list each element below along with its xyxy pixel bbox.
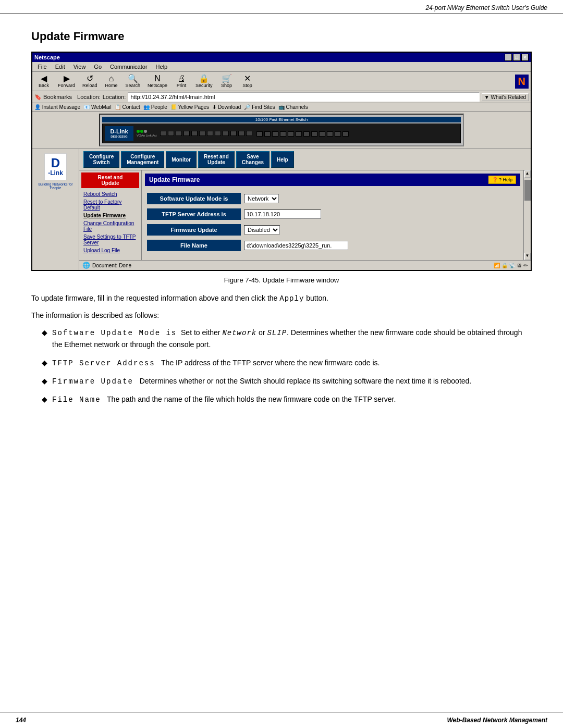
software-update-mode-select[interactable]: Network SLIP [244,194,279,203]
scroll-up-button[interactable]: ▲ [524,170,531,178]
tftp-server-input[interactable] [244,209,321,219]
page-content: Update Firmware Netscape _ □ × File Edit… [0,14,563,428]
help-button[interactable]: ❓ ? Help [488,176,516,184]
menu-change-config[interactable]: Change Configuration File [81,219,139,233]
home-label: Home [105,83,118,88]
page-number: 144 [16,717,26,724]
shop-label: Shop [221,83,232,88]
back-button[interactable]: ◀ Back [34,73,53,89]
save-changes-button[interactable]: SaveChanges [236,151,270,168]
whats-related-button[interactable]: ▼ What's Related [482,93,529,101]
port-17 [288,131,294,137]
dlink-tagline: Building Networks for People [34,182,77,190]
bullet-text-1: Software Update Mode is Set to either Ne… [52,327,532,351]
configure-switch-button[interactable]: ConfigureSwitch [83,151,119,168]
security-button[interactable]: 🔒 Security [193,73,215,89]
minimize-button[interactable]: _ [505,54,512,61]
browser-menubar: File Edit View Go Communicator Help [32,62,531,72]
software-update-mode-label: Software Update Mode is [147,193,241,204]
port-grid-top [160,131,253,136]
search-button[interactable]: 🔍 Search [123,73,143,89]
port-18 [296,131,302,137]
menu-update-firmware[interactable]: Update Firmware [81,212,139,219]
software-update-mode-value: Network SLIP [241,192,282,205]
menu-reboot-switch[interactable]: Reboot Switch [81,190,139,198]
status-icon: 🌐 [82,262,90,269]
stop-label: Stop [242,83,252,88]
port-10 [230,131,237,136]
menu-view[interactable]: View [69,63,90,71]
toolbar-download[interactable]: ⬇ Download [212,104,241,110]
toolbar-people[interactable]: 👥 People [143,104,167,110]
toolbar-channels[interactable]: 📺 Channels [278,104,308,110]
status-indicators: 📶 🔒 📡 🖥 ✏ [494,263,528,268]
body-paragraph-1: To update firmware, fill in the requeste… [31,292,532,304]
menu-upload-log[interactable]: Upload Log File [81,246,139,254]
menu-edit[interactable]: Edit [51,63,69,71]
netscape-icon: N [154,75,161,83]
bullet-list: ◆ Software Update Mode is Set to either … [42,327,532,406]
menu-save-settings[interactable]: Save Settings to TFTP Server [81,233,139,246]
file-name-input[interactable] [244,241,348,250]
led-green-1 [137,130,140,133]
switch-leds: VGAn Link Act [137,130,157,137]
help-nav-button[interactable]: Help [271,151,294,168]
menu-file[interactable]: File [33,63,51,71]
location-label2: Location: [103,94,126,100]
reload-icon: ↺ [87,75,93,83]
reload-button[interactable]: ↺ Reload [80,73,100,89]
monitor-button[interactable]: Monitor [166,151,197,168]
home-button[interactable]: ⌂ Home [102,73,121,89]
close-button[interactable]: × [521,54,529,61]
help-label: ? Help [499,177,512,182]
left-menu-header: Reset andUpdate [81,172,139,188]
scrollbar[interactable]: ▲ ▼ [523,170,531,260]
menu-help[interactable]: Help [152,63,172,71]
switch-header: 10/100 Fast Ethernet Switch [102,117,461,122]
toolbar-instant-message[interactable]: 👤 Instant Message [34,104,80,110]
term-slip: SLIP [267,329,287,337]
location-input[interactable] [128,92,479,102]
netscape-button[interactable]: N Netscape [145,73,170,89]
firmware-update-label: Firmware Update [147,224,241,236]
maximize-button[interactable]: □ [513,54,520,61]
term-file-name: File Name [52,396,101,404]
bullet-text-4: File Name The path and the name of the f… [52,393,396,405]
toolbar-contact[interactable]: 📋 Contact [115,104,140,110]
stop-button[interactable]: ✕ Stop [238,73,257,89]
content-panel: Update Firmware ❓ ? Help Software Update… [142,170,523,260]
port-16 [280,131,286,137]
reset-update-button[interactable]: Reset andUpdate [198,151,235,168]
port-23 [335,131,341,137]
port-13 [256,131,263,137]
toolbar-yellow-pages[interactable]: 📒 Yellow Pages [170,104,209,110]
port-2 [168,131,174,136]
bullet-diamond-4: ◆ [42,393,48,405]
security-icon: 🔒 [199,75,209,83]
dlink-logo-box: D -Link [44,153,67,180]
menu-reset-factory[interactable]: Reset to Factory Default [81,198,139,212]
port-22 [327,131,333,137]
toolbar-find-sites[interactable]: 🔎 Find Sites [244,104,275,110]
forward-label: Forward [58,83,75,88]
term-tftp-server-address: TFTP Server Address [52,359,155,367]
scroll-thumb[interactable] [524,180,531,201]
bullet-item-firmware-update: ◆ Firmware Update Determines whether or … [42,375,532,387]
search-icon: 🔍 [128,75,138,83]
shop-button[interactable]: 🛒 Shop [217,73,236,89]
firmware-update-select[interactable]: Disabled Enabled [244,225,280,235]
menu-go[interactable]: Go [90,63,106,71]
configure-management-button[interactable]: ConfigureManagement [121,151,164,168]
print-button[interactable]: 🖨 Print [172,73,191,89]
browser-main-content: D -Link Building Networks for People Con… [32,149,531,270]
toolbar-webmail[interactable]: 📧 WebMail [83,104,112,110]
forward-button[interactable]: ▶ Forward [55,73,78,89]
menu-communicator[interactable]: Communicator [106,63,152,71]
body-paragraph-2: The information is described as follows: [31,310,532,321]
browser-title: Netscape [34,54,60,60]
location-text-label: Location: [77,94,101,100]
scroll-down-button[interactable]: ▼ [524,253,531,260]
back-label: Back [39,83,49,88]
dlink-logo-letter: D [48,157,63,169]
section-title: Update Firmware [31,30,532,43]
